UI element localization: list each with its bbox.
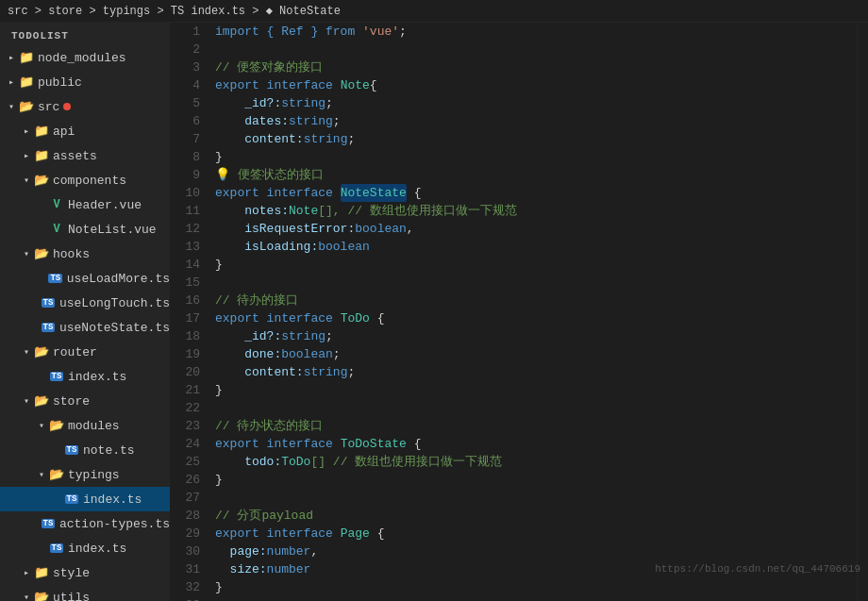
tree-label: utils xyxy=(53,591,90,602)
tree-item-note.ts[interactable]: TSnote.ts xyxy=(0,438,170,462)
tree-arrow: ▾ xyxy=(34,469,49,480)
file-icon-ts: TS xyxy=(64,442,79,458)
file-icon-ts: TS xyxy=(41,295,56,310)
tree-item-index.ts[interactable]: TSindex.ts xyxy=(0,487,170,511)
code-token: interface xyxy=(267,525,341,543)
code-line: // 待办状态的接口 xyxy=(215,417,857,435)
code-token: string xyxy=(304,363,348,381)
code-token: interface xyxy=(267,76,341,94)
tree-label: api xyxy=(53,125,75,139)
line-number: 18 xyxy=(177,327,200,345)
code-token: // 分页payload xyxy=(215,507,313,525)
code-token: number xyxy=(267,560,311,578)
code-line: todo:ToDo[] // 数组也使用接口做一下规范 xyxy=(215,453,857,471)
code-line: content:string; xyxy=(215,130,857,148)
code-line xyxy=(215,41,857,58)
line-number: 27 xyxy=(177,489,200,507)
line-number: 4 xyxy=(177,76,200,94)
line-number: 21 xyxy=(177,381,200,399)
tree-item-components[interactable]: ▾📂components xyxy=(0,168,170,192)
tree-arrow: ▾ xyxy=(34,420,49,431)
tree-item-assets[interactable]: ▸📁assets xyxy=(0,143,170,168)
tree-label: style xyxy=(53,566,90,580)
tree-item-hooks[interactable]: ▾📂hooks xyxy=(0,242,170,266)
tree-label: index.ts xyxy=(68,370,126,384)
tree-item-router[interactable]: ▾📂router xyxy=(0,340,170,364)
line-number: 26 xyxy=(177,471,200,489)
file-icon-folder: 📂 xyxy=(49,418,64,433)
tree-label: public xyxy=(38,75,82,90)
code-token: export xyxy=(215,184,267,202)
code-line: // 分页payload xyxy=(215,507,857,525)
tree-item-useLongTouch.ts[interactable]: TSuseLongTouch.ts xyxy=(0,291,170,315)
tree-item-useLoadMore.ts[interactable]: TSuseLoadMore.ts xyxy=(0,266,170,291)
tree-item-store[interactable]: ▾📂store xyxy=(0,389,170,413)
tree-item-src[interactable]: ▾📂src xyxy=(0,94,170,119)
tree-item-style[interactable]: ▸📁style xyxy=(0,560,170,585)
code-token: 'vue' xyxy=(362,23,399,41)
file-icon-folder: 📁 xyxy=(34,124,49,139)
code-line: notes:Note[], // 数组也使用接口做一下规范 xyxy=(215,202,857,220)
code-line: 💡 便签状态的接口 xyxy=(215,166,857,184)
line-number: 15 xyxy=(177,274,200,292)
code-line: export interface ToDo { xyxy=(215,309,857,327)
file-icon-folder: 📂 xyxy=(34,393,49,409)
line-number: 29 xyxy=(177,525,200,543)
tree-label: components xyxy=(53,174,126,188)
breadcrumb: src > store > typings > TS index.ts > ◆ … xyxy=(0,0,868,23)
tree-arrow: ▸ xyxy=(4,52,19,63)
line-number: 31 xyxy=(177,560,200,578)
tree-item-api[interactable]: ▸📁api xyxy=(0,119,170,143)
code-token: isLoading: xyxy=(215,238,318,256)
file-icon-ts: TS xyxy=(41,320,56,335)
line-number: 28 xyxy=(177,507,200,525)
line-number: 19 xyxy=(177,345,200,363)
tree-item-typings[interactable]: ▾📂typings xyxy=(0,462,170,487)
code-token: // 待办状态的接口 xyxy=(215,417,323,435)
code-token: export xyxy=(215,309,267,327)
tree-item-modules[interactable]: ▾📂modules xyxy=(0,413,170,438)
code-token: boolean xyxy=(355,220,407,238)
editor-area: 1234567891011121314151617181920212223242… xyxy=(170,23,857,601)
line-number: 24 xyxy=(177,435,200,453)
tree-arrow: ▸ xyxy=(19,567,34,578)
watermark: https://blog.csdn.net/qq_44706619 xyxy=(655,563,860,575)
tree-item-store-index.ts[interactable]: TSindex.ts xyxy=(0,536,170,560)
tree-item-node_modules[interactable]: ▸📁node_modules xyxy=(0,45,170,70)
tree-label: modules xyxy=(68,419,120,433)
line-number: 13 xyxy=(177,238,200,256)
tree-item-useNoteState.ts[interactable]: TSuseNoteState.ts xyxy=(0,315,170,340)
code-token: { xyxy=(407,435,422,453)
tree-arrow: ▾ xyxy=(19,175,34,186)
code-token: import { Ref } from xyxy=(215,23,362,41)
code-token: [], // 数组也使用接口做一下规范 xyxy=(318,202,517,220)
code-line: } xyxy=(215,381,857,399)
tree-item-utils[interactable]: ▾📂utils xyxy=(0,585,170,601)
code-token: content: xyxy=(215,363,304,381)
code-container[interactable]: 1234567891011121314151617181920212223242… xyxy=(170,23,857,601)
line-number: 30 xyxy=(177,543,200,560)
code-line: export interface ToDoState { xyxy=(215,435,857,453)
code-line: _id?:string; xyxy=(215,94,857,112)
code-token: _id?: xyxy=(215,94,281,112)
code-token: boolean xyxy=(318,238,370,256)
line-number: 20 xyxy=(177,363,200,381)
code-lines: import { Ref } from 'vue';// 便签对象的接口expo… xyxy=(208,23,857,601)
line-number: 6 xyxy=(177,112,200,130)
line-number: 32 xyxy=(177,578,200,596)
line-number: 5 xyxy=(177,94,200,112)
line-number: 10 xyxy=(177,184,200,202)
code-line: export interface NoteState { xyxy=(215,184,857,202)
line-number: 12 xyxy=(177,220,200,238)
code-token: string xyxy=(281,327,326,345)
scrollbar[interactable] xyxy=(857,23,868,601)
code-token: ; xyxy=(326,94,333,112)
file-icon-vue: V xyxy=(49,222,64,237)
tree-item-Header.vue[interactable]: VHeader.vue xyxy=(0,192,170,217)
tree-item-NoteList.vue[interactable]: VNoteList.vue xyxy=(0,217,170,242)
tree-label: src xyxy=(38,100,59,114)
tree-arrow: ▾ xyxy=(19,592,34,601)
tree-item-action-types.ts[interactable]: TSaction-types.ts xyxy=(0,511,170,536)
tree-item-public[interactable]: ▸📁public xyxy=(0,70,170,94)
tree-item-router-index.ts[interactable]: TSindex.ts xyxy=(0,364,170,389)
